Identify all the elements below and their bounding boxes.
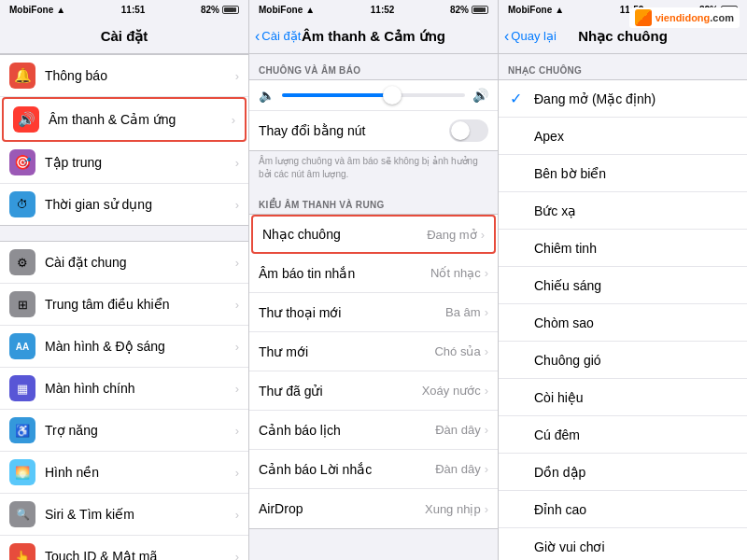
label-thu-gui: Thư đã gửi (259, 384, 422, 399)
label-canh-bao-loi: Cảnh báo Lời nhắc (259, 462, 435, 477)
check-icon-5: ✓ (510, 276, 525, 294)
slider-group: 🔈 🔊 Thay đổi bằng nút (249, 79, 498, 151)
label-man-hinh-chinh: Màn hình chính (45, 381, 235, 396)
ringtone-item-10[interactable]: ✓ Dồn dập (499, 454, 747, 491)
list-item-man-hinh-do-sang[interactable]: AA Màn hình & Độ sáng › (0, 326, 248, 368)
list-item-man-hinh-chinh[interactable]: ▦ Màn hình chính › (0, 368, 248, 410)
wifi-icon-1: ▲ (56, 5, 65, 15)
chevron-thu-gui: › (485, 384, 488, 398)
back-arrow-3: ‹ (504, 28, 509, 45)
wifi-icon-3: ▲ (555, 5, 564, 15)
ringtone-item-6[interactable]: ✓ Chòm sao (499, 304, 747, 342)
section-header-chuong: CHUÔNG VÀ ÂM BÁO (249, 54, 498, 79)
label-thay-doi: Thay đổi bằng nút (259, 123, 449, 138)
label-tap-trung: Tập trung (45, 155, 235, 170)
chevron-am-bao: › (485, 266, 488, 280)
chevron-thu-moi: › (485, 344, 488, 358)
list-item-thoi-gian[interactable]: ⏱ Thời gian sử dụng › (0, 184, 248, 225)
nav-back-3[interactable]: ‹ Quay lại (504, 28, 557, 45)
label-thoi-gian: Thời gian sử dụng (45, 197, 235, 212)
battery-tip-2 (484, 7, 486, 12)
icon-touch-id: 👆 (9, 543, 35, 560)
label-thu-thoai: Thư thoại mới (259, 305, 445, 320)
ringtone-item-7[interactable]: ✓ Chuông gió (499, 342, 747, 379)
list-item-trung-tam[interactable]: ⊞ Trung tâm điều khiển › (0, 284, 248, 326)
ringtone-item-3[interactable]: ✓ Bức xạ (499, 192, 747, 230)
panel-1-scroll[interactable]: 🔔 Thông báo › 🔊 Âm thanh & Cảm ứng › 🎯 T… (0, 54, 248, 560)
battery-tip-1 (234, 7, 236, 12)
screen-container: MobiFone ▲ 11:51 82% Cài đặt 🔔 Thôn (0, 0, 747, 560)
list-item-am-bao[interactable]: Âm báo tin nhắn Nốt nhạc › (249, 254, 498, 293)
ringtone-item-8[interactable]: ✓ Còi hiệu (499, 379, 747, 416)
value-airdrop: Xung nhịp (425, 502, 481, 516)
check-icon-4: ✓ (510, 239, 525, 257)
list-item-thu-thoai[interactable]: Thư thoại mới Ba âm › (249, 293, 498, 332)
chevron-thong-bao: › (235, 69, 239, 83)
list-item-tap-trung[interactable]: 🎯 Tập trung › (0, 142, 248, 184)
list-item-hinh-nen[interactable]: 🌅 Hình nền › (0, 452, 248, 494)
check-icon-6: ✓ (510, 314, 525, 331)
ringtone-name-3: Bức xạ (534, 203, 576, 218)
toggle-thay-doi[interactable] (449, 119, 488, 142)
list-item-thu-gui[interactable]: Thư đã gửi Xoáy nước › (249, 371, 498, 411)
list-item-canh-bao-lich[interactable]: Cảnh báo lịch Đàn dây › (249, 411, 498, 450)
panel-am-thanh: MobiFone ▲ 11:52 82% ‹ Cài đặt Âm thanh … (249, 0, 499, 560)
list-item-siri[interactable]: 🔍 Siri & Tìm kiếm › (0, 494, 248, 536)
back-label-2: Cài đặt (261, 29, 301, 43)
label-canh-bao-lich: Cảnh báo lịch (259, 423, 435, 438)
status-left-2: MobiFone ▲ (259, 5, 315, 15)
list-item-cai-dat-chung[interactable]: ⚙ Cài đặt chung › (0, 242, 248, 284)
watermark-logo (635, 9, 652, 26)
list-item-nhac-chuong[interactable]: Nhạc chuông Đang mở › (251, 215, 496, 254)
ringtone-item-2[interactable]: ✓ Bên bờ biển (499, 155, 747, 192)
ringtone-item-1[interactable]: ✓ Apex (499, 118, 747, 155)
check-icon-1: ✓ (510, 127, 525, 145)
list-group-1: 🔔 Thông báo › 🔊 Âm thanh & Cảm ứng › 🎯 T… (0, 54, 248, 226)
battery-pct-1: 82% (201, 5, 219, 15)
icon-siri: 🔍 (9, 501, 35, 527)
value-am-bao: Nốt nhạc (430, 266, 481, 280)
panel-2-scroll[interactable]: CHUÔNG VÀ ÂM BÁO 🔈 🔊 Thay đổi bằng nút (249, 54, 498, 560)
chevron-am-thanh: › (232, 113, 235, 127)
battery-1 (222, 6, 239, 14)
list-item-am-thanh[interactable]: 🔊 Âm thanh & Cảm ứng › (2, 97, 247, 142)
ringtone-item-5[interactable]: ✓ Chiếu sáng (499, 267, 747, 304)
wifi-icon-2: ▲ (305, 5, 315, 15)
ringtone-list: ✓ Đang mở (Mặc định) ✓ Apex ✓ Bên bờ biể… (499, 79, 747, 560)
value-canh-bao-loi: Đàn dây (435, 462, 480, 476)
list-item-canh-bao-loi[interactable]: Cảnh báo Lời nhắc Đàn dây › (249, 450, 498, 489)
nav-back-2[interactable]: ‹ Cài đặt (255, 28, 301, 45)
battery-fill-2 (473, 7, 484, 12)
label-tro-nang: Trợ năng (45, 423, 235, 438)
list-item-tro-nang[interactable]: ♿ Trợ năng › (0, 410, 248, 452)
list-item-thay-doi[interactable]: Thay đổi bằng nút (249, 111, 498, 150)
volume-slider-track[interactable] (282, 93, 465, 97)
battery-2 (472, 6, 488, 14)
icon-man-hinh-do-sang: AA (9, 333, 35, 359)
chevron-tap-trung: › (235, 156, 239, 170)
sub-note-volume: Âm lượng chuông và âm báo sẽ không bị ản… (249, 151, 498, 189)
ringtone-item-12[interactable]: ✓ Giờ vui chơi (499, 528, 747, 560)
value-thu-thoai: Ba âm (445, 305, 481, 319)
carrier-2: MobiFone (259, 5, 303, 15)
list-item-thu-moi[interactable]: Thư mới Chó sủa › (249, 332, 498, 371)
chevron-hinh-nen: › (235, 466, 239, 480)
chevron-canh-bao-loi: › (485, 462, 488, 476)
list-item-airdrop[interactable]: AirDrop Xung nhịp › (249, 489, 498, 528)
list-group-2: ⚙ Cài đặt chung › ⊞ Trung tâm điều khiển… (0, 241, 248, 560)
panel-3-scroll[interactable]: NHẠC CHUÔNG ✓ Đang mở (Mặc định) ✓ Apex … (499, 54, 747, 560)
ringtone-item-4[interactable]: ✓ Chiêm tinh (499, 230, 747, 267)
icon-hinh-nen: 🌅 (9, 459, 35, 485)
volume-slider-thumb[interactable] (383, 86, 402, 105)
list-item-thong-bao[interactable]: 🔔 Thông báo › (0, 55, 248, 97)
icon-cai-dat-chung: ⚙ (9, 249, 35, 275)
value-canh-bao-lich: Đàn dây (435, 423, 480, 437)
ringtone-item-0[interactable]: ✓ Đang mở (Mặc định) (499, 80, 747, 118)
ringtone-item-11[interactable]: ✓ Đỉnh cao (499, 491, 747, 528)
toggle-thumb-thay-doi (451, 121, 470, 140)
check-icon-7: ✓ (510, 351, 525, 369)
list-item-touch-id[interactable]: 👆 Touch ID & Mật mã › (0, 536, 248, 560)
check-icon-12: ✓ (510, 538, 525, 555)
ringtone-item-9[interactable]: ✓ Cú đêm (499, 416, 747, 454)
status-bar-1: MobiFone ▲ 11:51 82% (0, 0, 248, 19)
